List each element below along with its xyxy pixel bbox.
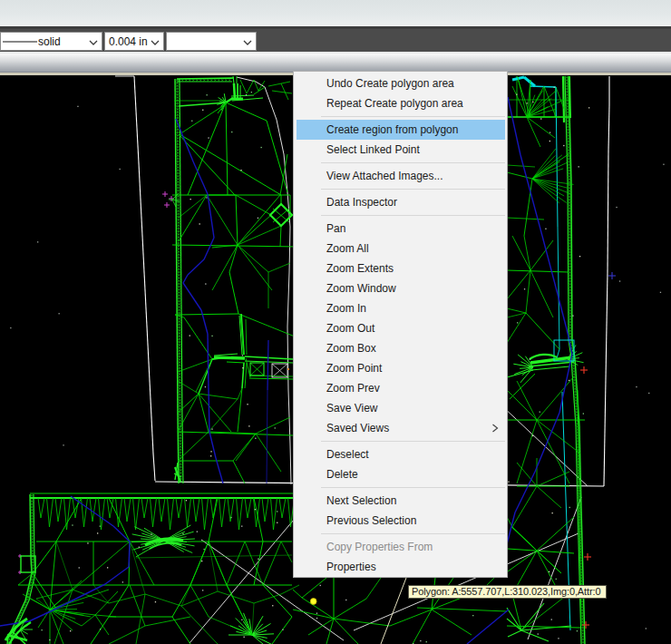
svg-text:solid: solid: [38, 35, 61, 48]
